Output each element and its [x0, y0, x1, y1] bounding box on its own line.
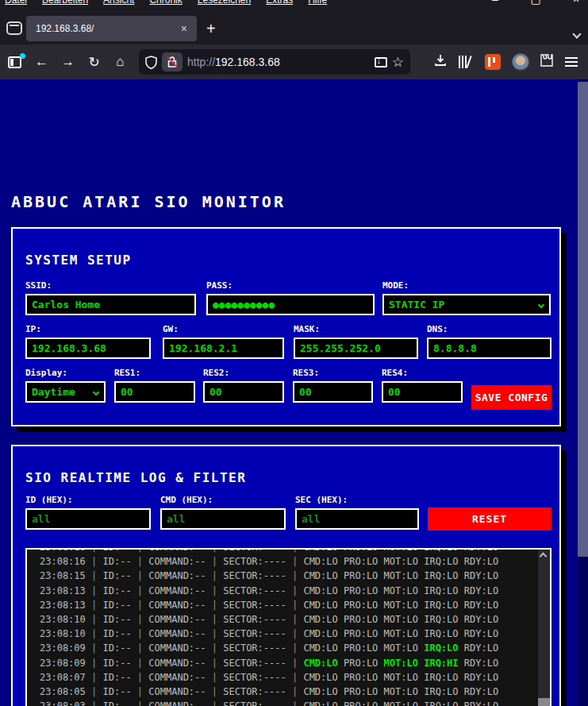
ssid-input[interactable]	[25, 294, 196, 315]
active-tab[interactable]: 192.168.3.68/ ×	[26, 16, 197, 41]
reload-icon[interactable]: ↻	[86, 54, 102, 71]
filter-cmd-field: CMD (HEX):	[160, 495, 286, 530]
back-icon[interactable]: ←	[34, 54, 49, 70]
mask-input[interactable]	[294, 338, 418, 359]
bookmark-star-icon[interactable]: ☆	[392, 54, 404, 71]
display-select[interactable]: Daytime	[25, 381, 106, 403]
menu-item-chronik[interactable]: Chronik	[149, 0, 182, 6]
ip-field: IP:	[25, 324, 151, 359]
log-scrollbar[interactable]	[538, 550, 550, 706]
log-row: 23:08:16 | ID:-- | COMMAND:-- | SECTOR:-…	[40, 554, 550, 569]
downloads-icon[interactable]	[432, 54, 448, 71]
firefox-view-icon[interactable]	[6, 21, 22, 35]
tab-close-icon[interactable]: ×	[178, 22, 190, 35]
url-scheme: http://	[187, 56, 215, 68]
save-config-button[interactable]: SAVE CONFIG	[471, 385, 551, 410]
menu-item-extras[interactable]: Extras	[266, 0, 293, 6]
mask-label: MASK:	[294, 324, 418, 334]
minimize-button[interactable]: –	[488, 0, 502, 6]
new-tab-button[interactable]: +	[206, 20, 216, 38]
menu-item-ansicht[interactable]: Ansicht	[103, 0, 134, 6]
scroll-up-icon[interactable]	[540, 553, 548, 561]
menu-item-bearbeiten[interactable]: Bearbeiten	[42, 0, 88, 6]
filter-sec-input[interactable]	[295, 508, 419, 530]
gw-field: GW:	[163, 324, 284, 359]
filter-id-field: ID (HEX):	[25, 495, 151, 530]
res3-field: RES3:	[293, 368, 373, 403]
notification-dot	[20, 53, 25, 59]
dns-label: DNS:	[427, 324, 551, 334]
pass-field: PASS:	[206, 280, 375, 315]
log-row: 23:08:13 | ID:-- | COMMAND:-- | SECTOR:-…	[40, 598, 550, 612]
reset-button[interactable]: RESET	[428, 507, 551, 530]
window-controls: – ▢ ×	[488, 0, 583, 6]
res3-label: RES3:	[293, 368, 373, 378]
url-text[interactable]: http://192.168.3.68	[187, 56, 370, 68]
res1-input[interactable]	[114, 381, 195, 403]
res2-field: RES2:	[203, 368, 284, 403]
log-row: 23:08:07 | ID:-- | COMMAND:-- | SECTOR:-…	[40, 670, 550, 685]
gw-label: GW:	[163, 324, 284, 334]
res4-input[interactable]	[382, 381, 463, 403]
ip-input[interactable]	[25, 338, 151, 359]
dns-input[interactable]	[427, 338, 551, 359]
log-scrollbar-thumb[interactable]	[538, 698, 550, 706]
res1-field: RES1:	[114, 368, 195, 403]
mode-label: MODE:	[382, 280, 551, 291]
page-content: ABBUC ATARI SIO MONITOR SYSTEM SETUP SSI…	[0, 79, 578, 706]
maximize-button[interactable]: ▢	[528, 0, 543, 6]
save-page-icon[interactable]	[375, 57, 387, 68]
sidebar-icon[interactable]	[8, 56, 23, 68]
log-row: 23:08:09 | ID:-- | COMMAND:-- | SECTOR:-…	[40, 641, 550, 655]
log-row: 23:08:15 | ID:-- | COMMAND:-- | SECTOR:-…	[40, 569, 550, 583]
log-row: 23:08:05 | ID:-- | COMMAND:-- | SECTOR:-…	[40, 685, 550, 699]
shield-icon[interactable]	[145, 56, 157, 69]
menu-item-datei[interactable]: Datei	[5, 0, 27, 6]
sio-log-box[interactable]: 23:08:16 | ID:-- | COMMAND:-- | SECTOR:-…	[25, 548, 551, 706]
insecure-lock-icon[interactable]	[162, 52, 183, 71]
url-bar[interactable]: http://192.168.3.68 ☆	[139, 49, 410, 75]
close-button[interactable]: ×	[569, 0, 583, 6]
browser-window: DateiBearbeitenAnsichtChronikLesezeichen…	[0, 0, 588, 706]
tab-overflow-chevron-icon[interactable]	[574, 26, 582, 34]
mode-select[interactable]: STATIC IP	[382, 294, 551, 315]
navigation-toolbar: ← → ↻ ⌂ http://192.168.3.68 ☆	[0, 44, 588, 79]
profile-avatar[interactable]	[512, 53, 528, 71]
pass-input[interactable]	[206, 294, 375, 315]
page-scrollbar-thumb[interactable]	[578, 82, 588, 557]
mode-field: MODE: STATIC IP	[382, 280, 551, 315]
res2-input[interactable]	[203, 381, 284, 403]
log-row: 23:08:03 | ID:-- | COMMAND:-- | SECTOR:-…	[40, 699, 550, 706]
tab-bar: 192.168.3.68/ × +	[0, 9, 588, 44]
filter-id-input[interactable]	[25, 508, 151, 530]
menu-item-hilfe[interactable]: Hilfe	[308, 0, 327, 6]
log-row: 23:08:13 | ID:-- | COMMAND:-- | SECTOR:-…	[40, 584, 550, 598]
sio-log-panel: SIO REALTIME LOG & FILTER ID (HEX): CMD …	[11, 445, 561, 706]
menu-bar: DateiBearbeitenAnsichtChronikLesezeichen…	[0, 0, 588, 9]
ssid-label: SSID:	[25, 280, 196, 291]
log-row: 23:08:10 | ID:-- | COMMAND:-- | SECTOR:-…	[40, 627, 550, 641]
filter-cmd-label: CMD (HEX):	[160, 495, 286, 505]
home-icon[interactable]: ⌂	[113, 54, 128, 70]
dns-field: DNS:	[427, 324, 551, 359]
pass-label: PASS:	[206, 280, 375, 291]
res2-label: RES2:	[203, 368, 284, 378]
menu-item-lesezeichen[interactable]: Lesezeichen	[198, 0, 251, 6]
url-host: 192.168.3.68	[215, 56, 280, 68]
res3-input[interactable]	[293, 381, 373, 403]
forward-icon[interactable]: →	[60, 54, 75, 70]
menu-hamburger-icon[interactable]	[565, 57, 580, 67]
system-setup-panel: SYSTEM SETUP SSID: PASS: MODE: STATIC IP…	[11, 227, 561, 426]
log-row: 23:08:10 | ID:-- | COMMAND:-- | SECTOR:-…	[40, 612, 550, 627]
log-rows: 23:08:16 | ID:-- | COMMAND:-- | SECTOR:-…	[27, 548, 550, 706]
library-icon[interactable]	[459, 56, 474, 68]
filter-cmd-input[interactable]	[160, 508, 286, 530]
extension-orange-icon[interactable]	[485, 54, 501, 70]
gw-input[interactable]	[163, 338, 284, 359]
system-setup-heading: SYSTEM SETUP	[25, 253, 132, 268]
display-label: Display:	[25, 368, 106, 378]
chevron-down-icon	[538, 302, 544, 308]
page-scrollbar[interactable]	[578, 79, 588, 706]
filter-sec-label: SEC (HEX):	[295, 495, 419, 505]
extensions-puzzle-icon[interactable]	[539, 53, 554, 71]
